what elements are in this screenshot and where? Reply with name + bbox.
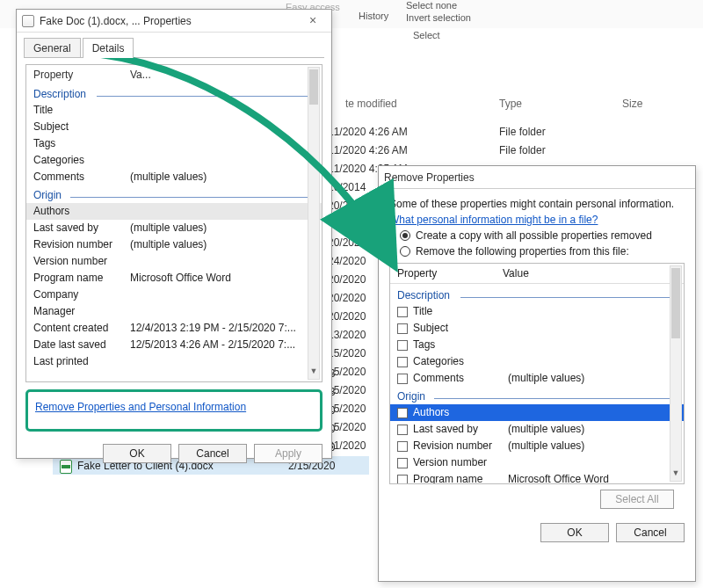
col-property: Property <box>33 69 130 81</box>
remove-properties-intro: Some of these properties might contain p… <box>389 198 685 210</box>
prop-authors[interactable]: Authors <box>26 203 322 220</box>
checkbox-icon[interactable] <box>397 475 408 485</box>
chk-subject[interactable]: Subject <box>397 320 677 337</box>
cancel-button[interactable]: Cancel <box>178 444 247 463</box>
properties-dialog: Fake Doc (1).docx, ... Properties × Gene… <box>16 9 332 459</box>
prop-program-name[interactable]: Program nameMicrosoft Office Word <box>33 270 315 287</box>
remove-properties-list: Property Value Description Title Subject… <box>389 263 685 484</box>
col-size: Size <box>622 98 642 110</box>
tab-general[interactable]: General <box>24 38 81 58</box>
chk-last-saved-by[interactable]: Last saved by(multiple values) <box>397 421 677 438</box>
chk-categories[interactable]: Categories <box>397 353 677 370</box>
radio-icon[interactable] <box>400 230 410 241</box>
section-origin: Origin <box>397 390 677 403</box>
remove-properties-title: Remove Properties <box>384 171 475 184</box>
close-icon[interactable]: × <box>300 13 326 29</box>
cancel-button[interactable]: Cancel <box>616 523 685 542</box>
section-description: Description <box>33 88 315 100</box>
bg-type-row: File folder <box>499 142 546 160</box>
chk-version-number[interactable]: Version number <box>397 454 677 471</box>
chk-title[interactable]: Title <box>397 303 677 320</box>
col-value: Value <box>503 267 529 279</box>
properties-list-header: Property Va... <box>26 65 322 84</box>
prop-title[interactable]: Title <box>33 102 315 119</box>
prop-last-printed[interactable]: Last printed <box>33 353 315 370</box>
col-type: Type <box>499 98 522 110</box>
remove-list-header: Property Value <box>390 264 684 284</box>
checkbox-icon[interactable] <box>397 408 408 418</box>
prop-subject[interactable]: Subject <box>33 119 315 135</box>
remove-properties-dialog: Remove Properties Some of these properti… <box>378 165 696 582</box>
scroll-thumb[interactable] <box>671 268 680 338</box>
remove-properties-titlebar[interactable]: Remove Properties <box>379 166 695 189</box>
remove-list-scrollbar[interactable]: ▲ ▼ <box>670 265 682 482</box>
checkbox-icon[interactable] <box>397 425 408 435</box>
select-all-button: Select All <box>600 490 674 509</box>
prop-company[interactable]: Company <box>33 287 315 303</box>
section-description: Description <box>397 289 677 301</box>
bg-date-cell: 11/2020 4:26 AM <box>328 123 408 142</box>
checkbox-icon[interactable] <box>397 307 408 317</box>
properties-titlebar[interactable]: Fake Doc (1).docx, ... Properties × <box>17 10 331 33</box>
history-label: History <box>359 11 388 21</box>
section-origin: Origin <box>33 189 315 201</box>
col-value: Va... <box>130 69 151 81</box>
chk-program-name[interactable]: Program nameMicrosoft Office Word <box>397 471 677 484</box>
prop-last-saved-by[interactable]: Last saved by(multiple values) <box>33 220 315 236</box>
col-property: Property <box>397 267 503 279</box>
chk-authors[interactable]: Authors <box>390 404 684 421</box>
bg-type-row: File folder <box>499 123 546 142</box>
checkbox-icon[interactable] <box>397 374 408 384</box>
bg-date-cell: 11/2020 4:26 AM <box>328 142 408 160</box>
ok-button[interactable]: OK <box>540 523 609 542</box>
prop-revision-number[interactable]: Revision number(multiple values) <box>33 236 315 253</box>
properties-list: Property Va... Description Title Subject… <box>25 64 323 382</box>
ok-button[interactable]: OK <box>103 444 171 463</box>
scroll-down-icon[interactable]: ▼ <box>308 367 319 379</box>
checkbox-icon[interactable] <box>397 458 408 468</box>
prop-categories[interactable]: Categories <box>33 152 315 169</box>
radio-icon[interactable] <box>400 246 410 257</box>
chk-revision-number[interactable]: Revision number(multiple values) <box>397 438 677 454</box>
properties-scrollbar[interactable]: ▲ ▼ <box>308 67 320 380</box>
properties-title: Fake Doc (1).docx, ... Properties <box>40 15 192 27</box>
select-group-label: Select <box>413 30 440 40</box>
prop-tags[interactable]: Tags <box>33 135 315 152</box>
bg-types: File folder File folder <box>499 123 546 160</box>
col-date-modified: te modified <box>345 98 397 110</box>
radio-remove-following-label: Remove the following properties from thi… <box>416 245 629 258</box>
radio-remove-following[interactable]: Remove the following properties from thi… <box>400 245 685 258</box>
scroll-thumb[interactable] <box>309 69 318 105</box>
prop-version-number[interactable]: Version number <box>33 253 315 270</box>
radio-create-copy-label: Create a copy with all possible properti… <box>416 229 652 242</box>
prop-date-last-saved[interactable]: Date last saved12/5/2013 4:26 AM - 2/15/… <box>33 337 315 353</box>
prop-comments[interactable]: Comments(multiple values) <box>33 169 315 185</box>
tab-details[interactable]: Details <box>83 38 134 58</box>
checkbox-icon[interactable] <box>397 357 408 367</box>
remove-properties-link[interactable]: Remove Properties and Personal Informati… <box>35 401 246 413</box>
apply-button: Apply <box>254 444 323 463</box>
checkbox-icon[interactable] <box>397 441 408 452</box>
chk-comments[interactable]: Comments(multiple values) <box>397 370 677 387</box>
remove-link-callout: Remove Properties and Personal Informati… <box>25 389 323 432</box>
checkbox-icon[interactable] <box>397 323 408 334</box>
chk-tags[interactable]: Tags <box>397 337 677 353</box>
invert-selection-label: Invert selection <box>406 12 471 23</box>
prop-manager[interactable]: Manager <box>33 303 315 320</box>
doc-icon <box>22 15 34 27</box>
radio-create-copy[interactable]: Create a copy with all possible properti… <box>400 229 685 242</box>
personal-info-link[interactable]: What personal information might be in a … <box>389 214 598 226</box>
scroll-down-icon[interactable]: ▼ <box>670 468 681 481</box>
properties-tabs: General Details <box>17 33 331 58</box>
prop-content-created[interactable]: Content created12/4/2013 2:19 PM - 2/15/… <box>33 320 315 337</box>
select-none-label: Select none <box>406 0 457 11</box>
checkbox-icon[interactable] <box>397 340 408 351</box>
